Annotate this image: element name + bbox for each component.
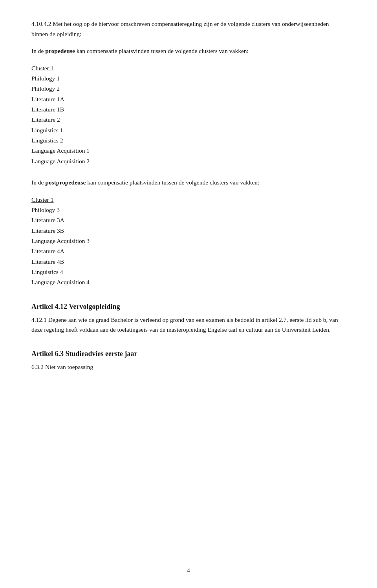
postpropedeuse-intro-paragraph: In de postpropedeuse kan compensatie pla… bbox=[31, 177, 346, 188]
intro-text: 4.10.4.2 Met het oog op de hiervoor omsc… bbox=[31, 19, 346, 39]
list-item: Language Acquisition 2 bbox=[31, 156, 346, 166]
list-item: Literature 4B bbox=[31, 257, 346, 267]
postpropedeuse-intro-rest: kan compensatie plaatsvinden tussen de v… bbox=[87, 179, 259, 186]
postpropedeuse-bold: postpropedeuse bbox=[45, 179, 86, 186]
artikel-63-heading: Artikel 6.3 Studieadvies eerste jaar bbox=[31, 350, 346, 358]
list-item: Language Acquisition 4 bbox=[31, 277, 346, 287]
list-item: Philology 3 bbox=[31, 205, 346, 215]
postpropedeuse-intro-text: In de postpropedeuse kan compensatie pla… bbox=[31, 177, 346, 188]
list-item: Literature 3A bbox=[31, 215, 346, 225]
list-item: Literature 1A bbox=[31, 94, 346, 104]
postpropedeuse-cluster-list: Cluster 1 Philology 3 Literature 3A Lite… bbox=[31, 195, 346, 288]
propedeuse-intro-paragraph: In de propedeuse kan compensatie plaatsv… bbox=[31, 46, 346, 56]
propedeuse-cluster-list: Cluster 1 Philology 1 Philology 2 Litera… bbox=[31, 63, 346, 166]
propedeuse-bold: propedeuse bbox=[45, 47, 75, 54]
list-item: Philology 2 bbox=[31, 84, 346, 94]
list-item: Literature 2 bbox=[31, 115, 346, 125]
intro-text-span: 4.10.4.2 Met het oog op de hiervoor omsc… bbox=[31, 20, 329, 37]
list-item: Literature 3B bbox=[31, 226, 346, 236]
list-item: Language Acquisition 1 bbox=[31, 146, 346, 156]
list-item: Literature 1B bbox=[31, 104, 346, 115]
propedeuse-intro-rest: kan compensatie plaatsvinden tussen de v… bbox=[77, 47, 249, 54]
postpropedeuse-cluster-heading: Cluster 1 bbox=[31, 195, 346, 205]
propedeuse-intro-text: In de propedeuse kan compensatie plaatsv… bbox=[31, 46, 346, 56]
list-item: Language Acquisition 3 bbox=[31, 236, 346, 246]
list-item: Linguistics 4 bbox=[31, 267, 346, 277]
list-item: Philology 1 bbox=[31, 73, 346, 84]
intro-paragraph: 4.10.4.2 Met het oog op de hiervoor omsc… bbox=[31, 19, 346, 39]
artikel-412-sub: 4.12.1 Degene aan wie de graad Bachelor … bbox=[31, 315, 346, 335]
list-item: Linguistics 1 bbox=[31, 125, 346, 135]
propedeuse-cluster-heading: Cluster 1 bbox=[31, 63, 346, 73]
list-item: Literature 4A bbox=[31, 246, 346, 256]
artikel-412-heading: Artikel 4.12 Vervolgopleiding bbox=[31, 303, 346, 311]
artikel-63-sub: 6.3.2 Niet van toepassing bbox=[31, 362, 346, 372]
list-item: Linguistics 2 bbox=[31, 135, 346, 146]
page-container: 4.10.4.2 Met het oog op de hiervoor omsc… bbox=[0, 0, 377, 588]
page-number: 4 bbox=[187, 567, 190, 574]
